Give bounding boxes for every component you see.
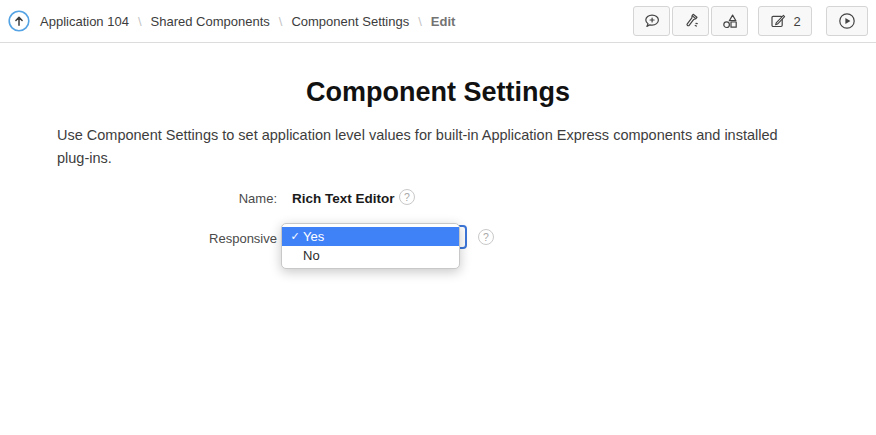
edit-page-number: 2: [793, 14, 800, 29]
run-app-button[interactable]: [826, 6, 868, 36]
responsive-help-icon[interactable]: ?: [478, 229, 494, 245]
up-arrow-icon: [8, 10, 30, 32]
dropdown-option-no[interactable]: No: [282, 246, 459, 265]
breadcrumb-current-edit: Edit: [431, 14, 456, 29]
responsive-dropdown-popup: ✓ Yes No: [281, 223, 460, 269]
dropdown-option-label: No: [303, 248, 320, 263]
add-comment-button[interactable]: [633, 6, 670, 36]
shapes-icon: [721, 12, 739, 30]
edit-page-button[interactable]: 2: [758, 6, 812, 36]
breadcrumb-item-component-settings[interactable]: Component Settings: [291, 14, 409, 29]
page-description: Use Component Settings to set applicatio…: [57, 124, 805, 170]
header-toolbar: 2: [633, 6, 868, 36]
search-flashlight-button[interactable]: [672, 6, 709, 36]
responsive-label: Responsive: [160, 231, 277, 247]
breadcrumb-item-shared-components[interactable]: Shared Components: [151, 14, 270, 29]
breadcrumb-item-application[interactable]: Application 104: [40, 14, 129, 29]
name-label: Name:: [160, 191, 277, 207]
page-title: Component Settings: [0, 77, 876, 108]
flashlight-icon: [682, 12, 700, 30]
name-value: Rich Text Editor: [292, 190, 395, 207]
main-content: Component Settings Use Component Setting…: [0, 77, 876, 170]
breadcrumb-separator: \: [279, 14, 283, 29]
screen: Application 104 \ Shared Components \ Co…: [0, 0, 876, 435]
shared-components-button[interactable]: [711, 6, 748, 36]
comment-plus-icon: [643, 12, 661, 30]
dropdown-option-label: Yes: [303, 229, 324, 244]
up-arrow-button[interactable]: [8, 10, 30, 32]
edit-pencil-icon: [769, 12, 787, 30]
breadcrumb-separator: \: [418, 14, 422, 29]
play-icon: [838, 12, 856, 30]
breadcrumb: Application 104 \ Shared Components \ Co…: [8, 10, 455, 32]
header: Application 104 \ Shared Components \ Co…: [0, 0, 876, 43]
checkmark-icon: ✓: [288, 227, 302, 246]
dropdown-option-yes[interactable]: ✓ Yes: [282, 227, 459, 246]
name-help-icon[interactable]: ?: [399, 189, 415, 205]
breadcrumb-separator: \: [138, 14, 142, 29]
